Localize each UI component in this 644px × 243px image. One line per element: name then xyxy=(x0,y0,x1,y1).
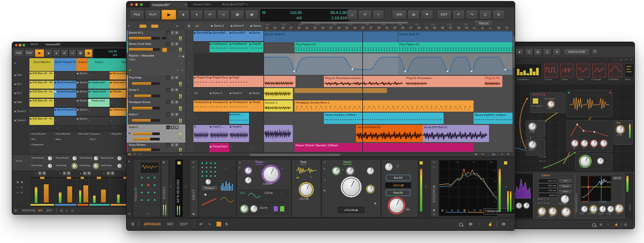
frequency-knob[interactable] xyxy=(263,166,279,182)
volume-slider[interactable] xyxy=(129,37,160,40)
sweep-module-grid[interactable]: + Primes ▾ ◆ xyxy=(198,159,237,217)
clip[interactable]: ▶ Himala xyxy=(249,100,265,112)
empty-clip-slot[interactable] xyxy=(210,113,229,124)
keyboard-icon[interactable]: ▤ xyxy=(502,222,506,226)
lfo-row[interactable]: LFO 1.00 bar ∿ xyxy=(238,190,290,203)
volume-slider[interactable] xyxy=(134,95,160,97)
knob-module[interactable]: 58.5 % xyxy=(526,138,545,155)
rec-solo-mute[interactable]: ●SM xyxy=(166,42,179,46)
release-knob[interactable] xyxy=(600,140,607,147)
eq-display[interactable] xyxy=(580,176,611,201)
volume-slider[interactable] xyxy=(133,132,160,135)
edit-view-button[interactable]: EDIT xyxy=(46,209,52,212)
scene-header[interactable]: ▶ Scene 3 xyxy=(211,25,224,27)
redo-button[interactable]: ↷ xyxy=(465,10,478,20)
volume-slider[interactable] xyxy=(132,148,160,151)
scene-header[interactable]: ▶ Scene xyxy=(251,25,261,27)
clip-launcher-toggle[interactable] xyxy=(216,222,221,226)
rec-solo-mute[interactable]: ●SM xyxy=(166,126,179,129)
empty-clip-slot[interactable]: ▪ xyxy=(54,99,76,107)
layout-toggle[interactable] xyxy=(151,25,158,28)
clip[interactable]: ▶ BerlinFirework03 xyxy=(54,108,76,116)
panel-collapse-icon[interactable]: ▾ xyxy=(128,160,130,163)
knob[interactable] xyxy=(385,163,393,171)
knob[interactable] xyxy=(516,202,522,209)
add-device-icon[interactable]: + xyxy=(169,185,172,189)
arranger-clip[interactable]: Himalayan Sunset Atmo 1 xyxy=(294,100,474,112)
play-menu-button[interactable]: PLAY xyxy=(24,49,35,57)
send-knob[interactable] xyxy=(94,156,98,161)
arrange-view-button[interactable]: ARRANGE xyxy=(22,209,35,212)
pad-view-button[interactable]: ▦ xyxy=(76,49,84,57)
cabinet-device[interactable]: Cabinet 92.7 cm 92.5 cm 7.37 cm 23.6 % A… xyxy=(533,173,575,219)
knob[interactable] xyxy=(367,167,374,175)
scene-launch[interactable]: ▶ Intro xyxy=(14,74,22,77)
send-knob[interactable] xyxy=(117,156,122,161)
track-name[interactable]: Wonky Synth Pads xyxy=(129,43,151,45)
clip[interactable]: ▶ BerlinFireworkB2 xyxy=(54,90,76,98)
arranger-clip[interactable]: Plug 01 Pe xyxy=(484,76,502,87)
settings-button[interactable]: ⚙ xyxy=(553,48,561,56)
slot-letters[interactable]: E F G H xyxy=(538,202,549,205)
pan-slider[interactable] xyxy=(30,177,54,179)
pre-button[interactable]: Pre xyxy=(558,178,572,184)
automation-lane[interactable] xyxy=(264,53,515,75)
mix-knob[interactable] xyxy=(549,208,556,215)
track-row[interactable]: Wonky Synth Pads ●SM xyxy=(127,42,185,53)
rec-solo-mute[interactable]: ●SM xyxy=(102,171,114,175)
arranger-clip[interactable]: Poly Pattern 02 xyxy=(294,42,399,52)
mod-slot-b[interactable] xyxy=(280,206,284,211)
add-icon[interactable]: + xyxy=(148,213,149,215)
howl-device[interactable]: Howl AA ⊙ +19.4 dB xyxy=(291,159,321,217)
stop-icon[interactable]: ▪ xyxy=(189,132,189,134)
fx-gain-value[interactable]: -24.0 dB xyxy=(385,182,412,189)
add-device-icon[interactable]: + xyxy=(425,185,427,189)
mod-slot-a[interactable] xyxy=(274,206,278,211)
arranger-clip[interactable] xyxy=(264,125,293,142)
copy-button[interactable]: ◫ xyxy=(525,48,533,56)
play-button[interactable]: ▶ xyxy=(161,10,176,20)
add-device-icon[interactable]: + xyxy=(184,185,187,189)
play-icon[interactable]: ▶ xyxy=(324,190,325,192)
note-receiver-device[interactable]: NOTE RECEIVER xyxy=(175,159,183,217)
star-icon[interactable]: ★ xyxy=(129,69,131,72)
arranger-clip[interactable]: Plug 01 Percussive xyxy=(405,76,484,87)
arranger-clip[interactable]: bounce-1 xyxy=(264,100,293,112)
stop-icon[interactable]: ▪ xyxy=(189,46,189,48)
empty-clip-slot[interactable] xyxy=(249,113,264,124)
wet-fx-button[interactable]: Wet FX xyxy=(612,176,623,181)
scene-launch[interactable]: ▶ Scene 6 xyxy=(14,120,26,122)
io-routing-icon[interactable]: ⇅ xyxy=(225,222,228,226)
stereo-icon[interactable]: ◫ xyxy=(397,165,399,168)
send-knob[interactable] xyxy=(48,163,52,168)
minimize-icon[interactable]: – xyxy=(615,59,616,61)
knob[interactable] xyxy=(367,185,374,193)
prev-icon[interactable]: ◂ xyxy=(344,208,346,211)
file-icon[interactable]: ▤ xyxy=(600,223,602,226)
post-fx-button[interactable]: Post FX xyxy=(386,190,410,196)
zoom-level[interactable]: 2/1 xyxy=(492,154,495,156)
minimize-window-button[interactable] xyxy=(135,3,138,6)
empty-clip-slot[interactable]: ▪ xyxy=(88,72,109,80)
clip[interactable]: ▶ Plug01 Percu xyxy=(193,76,210,87)
group-scene[interactable]: ▶ Scene 2 xyxy=(76,81,88,89)
gain-module[interactable]: Gain +4.0 dB xyxy=(614,120,633,145)
keyboard-icon[interactable]: ▤ xyxy=(624,223,627,226)
track-name[interactable]: Audio 5 xyxy=(129,126,138,129)
acceleration-knob[interactable] xyxy=(548,101,554,107)
scope-module[interactable] xyxy=(567,90,612,117)
filter-module[interactable]: 2.09 kHz xyxy=(575,153,612,170)
send-knob[interactable] xyxy=(72,156,77,161)
gain-knob[interactable] xyxy=(300,183,313,196)
rec-solo-mute[interactable]: ●SM xyxy=(166,76,179,80)
stop-icon[interactable]: ▪ xyxy=(189,117,189,119)
rec-solo-mute[interactable]: ●SM xyxy=(166,31,179,35)
clip-playing[interactable]: ▶ TrackLoop3 xyxy=(88,99,110,107)
channel-header[interactable]: Drum Machine xyxy=(29,58,54,73)
track-filter-icon[interactable]: ▾ xyxy=(128,25,130,27)
fine-slider[interactable] xyxy=(133,138,160,140)
fill-button[interactable]: ∿ xyxy=(373,10,384,20)
file-button[interactable]: FILE xyxy=(13,49,24,57)
envelope-module[interactable]: A D S R xyxy=(567,120,612,152)
search-icon[interactable] xyxy=(592,223,596,227)
